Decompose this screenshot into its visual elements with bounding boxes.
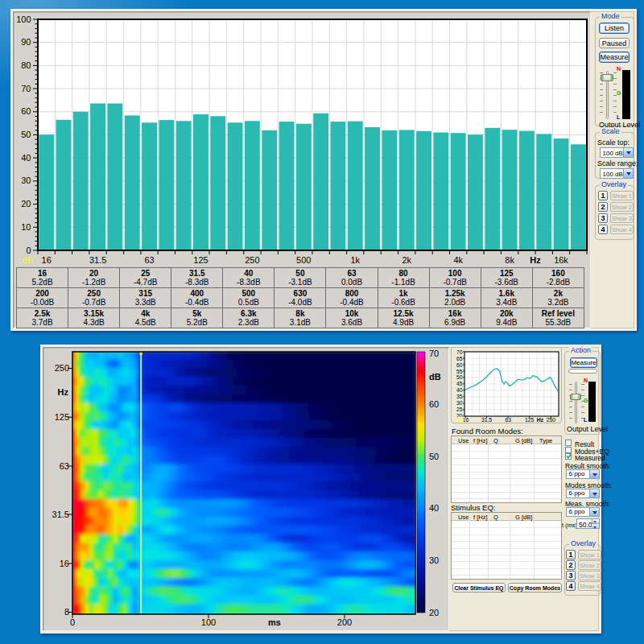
svg-text:Hz: Hz	[537, 417, 544, 423]
svg-text:40: 40	[456, 387, 463, 393]
svg-text:30: 30	[456, 400, 463, 406]
svg-text:60: 60	[456, 362, 463, 368]
svg-text:70: 70	[456, 349, 463, 355]
svg-text:25: 25	[456, 407, 463, 412]
svg-text:65: 65	[456, 356, 463, 361]
svg-text:50: 50	[456, 374, 463, 380]
svg-text:45: 45	[456, 381, 463, 386]
svg-text:55: 55	[456, 369, 463, 374]
svg-text:35: 35	[456, 394, 463, 399]
